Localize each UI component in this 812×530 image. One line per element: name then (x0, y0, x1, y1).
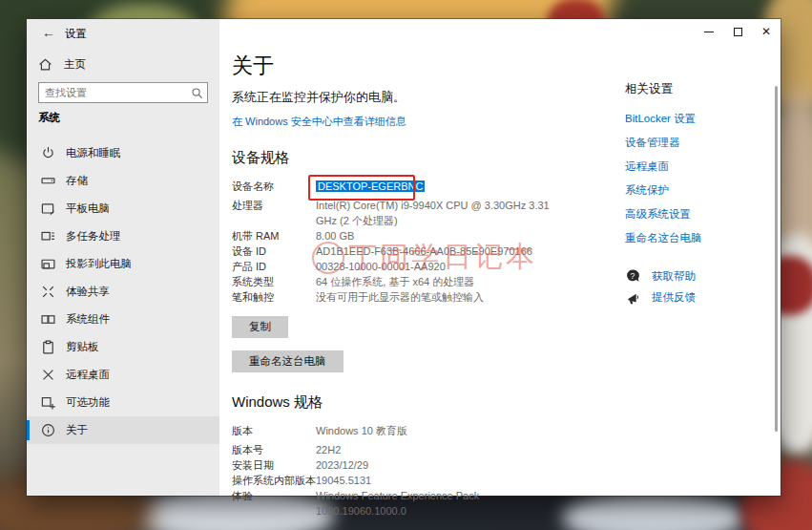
sidebar-item-label: 系统组件 (66, 312, 110, 327)
sidebar-item-8[interactable]: 远程桌面 (27, 361, 219, 389)
search-input[interactable] (39, 87, 186, 98)
spec-value: 2023/12/29 (316, 457, 554, 473)
device-name-selected-text: DESKTOP-EGERBNC (316, 180, 425, 192)
page-subtitle: 系统正在监控并保护你的电脑。 (232, 89, 615, 106)
spec-row: 版本号22H2 (232, 442, 615, 457)
help-link-label: 提供反馈 (652, 290, 696, 305)
home-icon (38, 57, 52, 72)
spec-label: 安装日期 (232, 457, 316, 473)
sidebar-item-home[interactable]: 主页 (32, 52, 92, 76)
power-icon (41, 146, 55, 160)
sidebar-item-1[interactable]: 存储 (27, 167, 219, 195)
minimize-button[interactable] (695, 19, 723, 44)
components-icon (41, 312, 55, 327)
spec-value: AD1B1EED-F63B-4666-AA0B-85E90E970166 (316, 244, 554, 259)
spec-label: 处理器 (232, 198, 316, 228)
sidebar-nav: 电源和睡眠存储平板电脑多任务处理投影到此电脑体验共享系统组件剪贴板远程桌面可选功… (27, 139, 219, 444)
related-links: BitLocker 设置设备管理器远程桌面系统保护高级系统设置重命名这台电脑 (625, 107, 778, 250)
sidebar-item-5[interactable]: 体验共享 (27, 278, 219, 306)
related-link-0[interactable]: BitLocker 设置 (625, 107, 778, 131)
related-settings-heading: 相关设置 (625, 81, 778, 97)
spec-label: 体验 (232, 488, 316, 519)
sidebar-item-9[interactable]: 可选功能 (27, 389, 219, 416)
sidebar-item-label: 平板电脑 (66, 201, 110, 216)
settings-window: ← 设置 主页 系统 电源和睡眠存储平板电脑多任务处理投影到此电脑体验共享系统组… (27, 19, 781, 496)
maximize-button[interactable] (723, 19, 752, 44)
minimize-icon (704, 32, 714, 32)
feedback-icon (625, 289, 640, 305)
rename-pc-button[interactable]: 重命名这台电脑 (232, 350, 344, 372)
sidebar-item-2[interactable]: 平板电脑 (27, 195, 219, 223)
close-button[interactable]: ✕ (752, 19, 781, 44)
spec-value: 没有可用于此显示器的笔或触控输入 (316, 289, 554, 305)
sidebar: ← 设置 主页 系统 电源和睡眠存储平板电脑多任务处理投影到此电脑体验共享系统组… (27, 19, 219, 496)
help-link-label: 获取帮助 (652, 269, 696, 284)
page-title: 关于 (232, 53, 615, 78)
optional-features-icon (41, 395, 55, 410)
spec-label: 设备名称 (232, 179, 316, 194)
device-spec-rows: 设备名称DESKTOP-EGERBNC处理器Intel(R) Core(TM) … (232, 179, 615, 305)
related-link-1[interactable]: 设备管理器 (625, 131, 778, 155)
annotation-red-box (308, 175, 415, 201)
copy-device-spec-button[interactable]: 复制 (232, 316, 288, 338)
help-link[interactable]: ?获取帮助 (625, 265, 778, 286)
related-link-2[interactable]: 远程桌面 (625, 155, 778, 179)
project-icon (41, 257, 55, 271)
device-spec-heading: 设备规格 (232, 149, 615, 167)
related-link-5[interactable]: 重命名这台电脑 (625, 226, 778, 250)
sidebar-item-label: 投影到此电脑 (66, 257, 132, 271)
sidebar-item-10[interactable]: 关于 (27, 416, 219, 444)
related-link-3[interactable]: 系统保护 (625, 179, 778, 202)
spec-row: 体验Windows Feature Experience Pack 1000.1… (232, 488, 615, 519)
spec-row: 笔和触控没有可用于此显示器的笔或触控输入 (232, 289, 615, 305)
vertical-scrollbar[interactable] (775, 86, 778, 432)
sidebar-item-label: 主页 (64, 57, 86, 72)
spec-value: Intel(R) Core(TM) i9-9940X CPU @ 3.30GHz… (316, 198, 554, 228)
search-box (38, 82, 208, 103)
related-settings: 相关设置 BitLocker 设置设备管理器远程桌面系统保护高级系统设置重命名这… (625, 81, 778, 250)
spec-label: 笔和触控 (232, 289, 316, 305)
remote-desktop-icon (41, 368, 55, 382)
sidebar-item-label: 剪贴板 (66, 340, 99, 354)
spec-value: 8.00 GB (316, 228, 554, 244)
spec-value: 00328-10000-00001-AA920 (316, 259, 554, 274)
spec-row: 处理器Intel(R) Core(TM) i9-9940X CPU @ 3.30… (232, 198, 615, 228)
sidebar-item-7[interactable]: 剪贴板 (27, 333, 219, 361)
spec-value: DESKTOP-EGERBNC (316, 179, 554, 194)
spec-label: 版本 (232, 423, 316, 438)
sidebar-item-4[interactable]: 投影到此电脑 (27, 250, 219, 278)
windows-security-link[interactable]: 在 Windows 安全中心中查看详细信息 (232, 115, 406, 129)
spec-label: 机带 RAM (232, 228, 316, 244)
sidebar-item-3[interactable]: 多任务处理 (27, 223, 219, 250)
spec-row: 设备名称DESKTOP-EGERBNC (232, 179, 615, 194)
related-link-4[interactable]: 高级系统设置 (625, 202, 778, 226)
shared-experiences-icon (41, 285, 55, 299)
window-title: 设置 (65, 27, 87, 41)
tablet-icon (41, 201, 55, 216)
storage-icon (41, 174, 55, 188)
spec-label: 产品 ID (232, 259, 316, 274)
sidebar-item-6[interactable]: 系统组件 (27, 306, 219, 333)
spec-label: 版本号 (232, 442, 316, 457)
spec-row: 安装日期2023/12/29 (232, 457, 615, 473)
get-help-icon: ? (625, 268, 640, 284)
spec-value: Windows Feature Experience Pack 1000.190… (316, 488, 554, 519)
back-button[interactable]: ← (36, 21, 61, 44)
spec-row: 设备 IDAD1B1EED-F63B-4666-AA0B-85E90E97016… (232, 244, 615, 259)
spec-row: 机带 RAM8.00 GB (232, 228, 615, 244)
spec-value: 22H2 (316, 442, 554, 457)
sidebar-item-label: 可选功能 (66, 395, 110, 410)
sidebar-item-label: 关于 (66, 423, 88, 437)
back-arrow-icon: ← (42, 25, 55, 40)
clipboard-icon (41, 340, 55, 354)
spec-row: 版本Windows 10 教育版 (232, 423, 615, 438)
spec-row: 操作系统内部版本19045.5131 (232, 473, 615, 488)
spec-row: 系统类型64 位操作系统, 基于 x64 的处理器 (232, 274, 615, 289)
sidebar-item-0[interactable]: 电源和睡眠 (27, 139, 219, 167)
search-icon[interactable] (186, 83, 207, 102)
multitask-icon (41, 229, 55, 244)
sidebar-item-label: 存储 (66, 174, 88, 188)
help-link[interactable]: 提供反馈 (625, 286, 778, 307)
maximize-icon (734, 28, 742, 36)
spec-label: 设备 ID (232, 244, 316, 259)
